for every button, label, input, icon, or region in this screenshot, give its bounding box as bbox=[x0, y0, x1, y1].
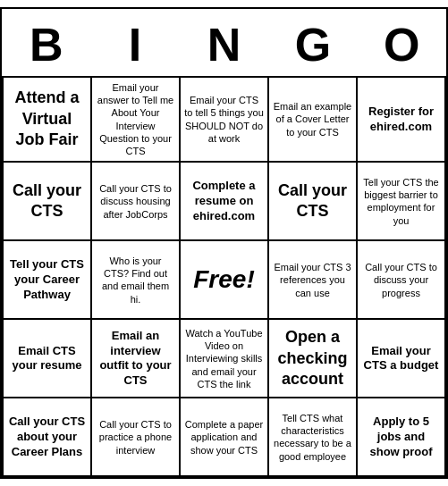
bingo-cell-1[interactable]: Email your answer to Tell me About Your … bbox=[92, 78, 181, 163]
bingo-cell-24[interactable]: Apply to 5 jobs and show proof bbox=[358, 398, 446, 477]
bingo-cell-2[interactable]: Email your CTS to tell 5 things you SHOU… bbox=[181, 78, 269, 163]
bingo-cell-14[interactable]: Call your CTS to discuss your progress bbox=[358, 241, 446, 320]
bingo-cell-12[interactable]: Free! bbox=[181, 241, 269, 320]
bingo-cell-15[interactable]: Email CTS your resume bbox=[4, 320, 92, 398]
bingo-card: B I N G O Attend a Virtual Job FairEmail… bbox=[0, 7, 448, 480]
bingo-cell-11[interactable]: Who is your CTS? Find out and email them… bbox=[92, 241, 181, 320]
bingo-cell-9[interactable]: Tell your CTS the biggest barrier to emp… bbox=[358, 163, 446, 241]
letter-o: O bbox=[361, 18, 442, 71]
bingo-cell-16[interactable]: Email an interview outfit to your CTS bbox=[92, 320, 181, 398]
bingo-cell-17[interactable]: Watch a YouTube Video on Interviewing sk… bbox=[181, 320, 269, 398]
letter-n: N bbox=[183, 18, 264, 71]
bingo-cell-6[interactable]: Call your CTS to discuss housing after J… bbox=[92, 163, 181, 241]
bingo-cell-18[interactable]: Open a checking account bbox=[269, 320, 358, 398]
bingo-cell-23[interactable]: Tell CTS what characteristics necessary … bbox=[269, 398, 358, 477]
bingo-header: B I N G O bbox=[2, 9, 446, 78]
bingo-grid: Attend a Virtual Job FairEmail your answ… bbox=[2, 78, 446, 478]
bingo-cell-10[interactable]: Tell your CTS your Career Pathway bbox=[4, 241, 92, 320]
letter-g: G bbox=[273, 18, 353, 71]
letter-b: B bbox=[6, 18, 87, 71]
bingo-cell-21[interactable]: Call your CTS to practice a phone interv… bbox=[92, 398, 181, 477]
letter-i: I bbox=[95, 18, 175, 71]
bingo-cell-3[interactable]: Email an example of a Cover Letter to yo… bbox=[269, 78, 358, 163]
bingo-cell-7[interactable]: Complete a resume on ehired.com bbox=[181, 163, 269, 241]
bingo-cell-8[interactable]: Call your CTS bbox=[269, 163, 358, 241]
bingo-cell-19[interactable]: Email your CTS a budget bbox=[358, 320, 446, 398]
bingo-cell-4[interactable]: Register for ehired.com bbox=[358, 78, 446, 163]
bingo-cell-20[interactable]: Call your CTS about your Career Plans bbox=[4, 398, 92, 477]
bingo-cell-5[interactable]: Call your CTS bbox=[4, 163, 92, 241]
bingo-cell-13[interactable]: Email your CTS 3 references you can use bbox=[269, 241, 358, 320]
bingo-cell-0[interactable]: Attend a Virtual Job Fair bbox=[4, 78, 92, 163]
bingo-cell-22[interactable]: Complete a paper application and show yo… bbox=[181, 398, 269, 477]
